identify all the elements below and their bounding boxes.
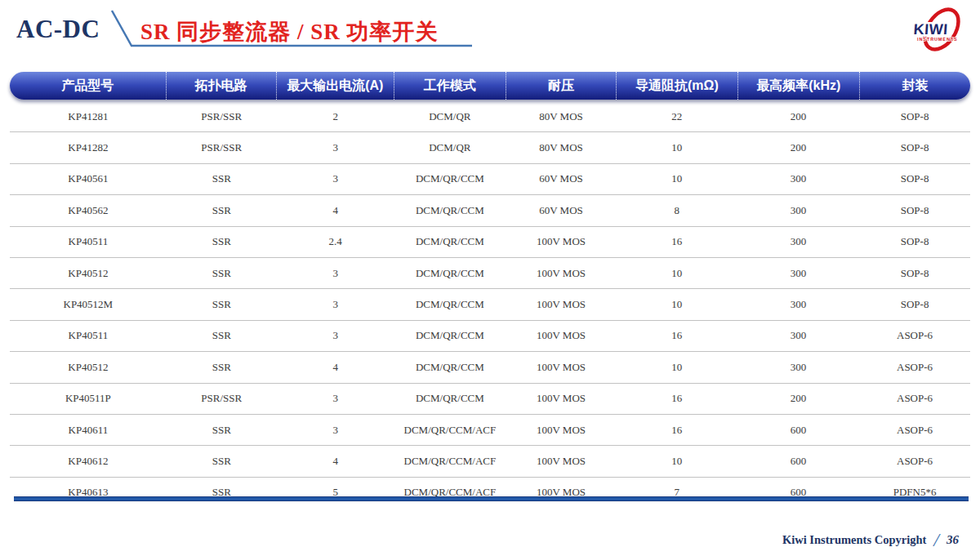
table-cell: 2.4 (277, 227, 394, 257)
table-cell: 4 (277, 195, 394, 225)
table-cell: 4 (277, 352, 394, 382)
table-cell: SOP-8 (859, 132, 970, 162)
table-cell: PSR/SSR (167, 132, 277, 162)
table-header: 产品型号拓扑电路最大输出电流(A)工作模式耐压导通阻抗(mΩ)最高频率(kHz)… (10, 72, 970, 100)
column-header: 拓扑电路 (166, 72, 276, 100)
logo-subtitle-text: INSTRUMENTS (917, 37, 958, 42)
table-cell: DCM/QR/CCM (394, 384, 506, 414)
table-body: KP41281PSR/SSR2DCM/QR80V MOS22200SOP-8KP… (10, 101, 970, 508)
table-cell: SSR (167, 289, 277, 319)
table-cell: 3 (277, 384, 394, 414)
table-cell: 60V MOS (506, 164, 616, 194)
table-cell: KP40511 (10, 321, 167, 351)
copyright-text: Kiwi Instruments Copyright (782, 533, 926, 547)
section-label: AC-DC (16, 15, 100, 44)
table-cell: 300 (737, 164, 859, 194)
table-cell: 200 (737, 384, 859, 414)
table-cell: 10 (617, 132, 737, 162)
table-cell: 10 (617, 289, 737, 319)
table-cell: DCM/QR (394, 101, 506, 131)
table-row: KP40511SSR2.4DCM/QR/CCM100V MOS16300SOP-… (10, 227, 970, 258)
table-cell: 2 (277, 101, 394, 131)
table-cell: 5 (277, 478, 394, 508)
footer-slash: / (933, 532, 939, 548)
table-cell: 200 (737, 132, 859, 162)
table-cell: 300 (737, 352, 859, 382)
table-cell: 100V MOS (506, 478, 616, 508)
table-cell: 300 (737, 227, 859, 257)
table-row: KP40561SSR3DCM/QR/CCM60V MOS10300SOP-8 (10, 164, 970, 195)
table-cell: DCM/QR/CCM (394, 195, 506, 225)
table-cell: DCM/QR/CCM/ACF (394, 446, 506, 476)
table-row: KP41282PSR/SSR3DCM/QR80V MOS10200SOP-8 (10, 132, 970, 163)
table-cell: 60V MOS (506, 195, 616, 225)
column-header: 封装 (859, 72, 970, 100)
table-cell: DCM/QR/CCM (394, 258, 506, 288)
table-row: KP40562SSR4DCM/QR/CCM60V MOS8300SOP-8 (10, 195, 970, 226)
table-cell: 3 (277, 164, 394, 194)
column-header: 最大输出电流(A) (276, 72, 394, 100)
column-header: 产品型号 (10, 72, 166, 100)
table-row: KP40611SSR3DCM/QR/CCM/ACF100V MOS16600AS… (10, 415, 970, 446)
table-cell: PSR/SSR (167, 101, 277, 131)
table-cell: DCM/QR/CCM (394, 227, 506, 257)
table-cell: DCM/QR/CCM/ACF (394, 415, 506, 445)
table-cell: PSR/SSR (167, 384, 277, 414)
table-cell: KP40512 (10, 352, 167, 382)
table-cell: KP40561 (10, 164, 167, 194)
table-cell: DCM/QR (394, 132, 506, 162)
table-cell: 8 (617, 195, 737, 225)
slide-page: AC-DC SR 同步整流器 / SR 功率开关 KIWI INSTRUMENT… (0, 0, 980, 556)
table-cell: 10 (617, 164, 737, 194)
table-cell: 3 (277, 289, 394, 319)
table-row: KP40512SSR3DCM/QR/CCM100V MOS10300SOP-8 (10, 258, 970, 289)
table-row: KP41281PSR/SSR2DCM/QR80V MOS22200SOP-8 (10, 101, 970, 132)
table-cell: 16 (617, 415, 737, 445)
table-cell: 600 (737, 415, 859, 445)
table-cell: ASOP-6 (859, 321, 970, 351)
table-cell: 300 (737, 321, 859, 351)
table-cell: SSR (167, 195, 277, 225)
kiwi-logo: KIWI INSTRUMENTS (901, 3, 978, 56)
table-cell: 100V MOS (506, 384, 616, 414)
table-cell: 100V MOS (506, 446, 616, 476)
table-cell: 16 (617, 227, 737, 257)
table-cell: 300 (737, 289, 859, 319)
table-cell: 300 (737, 195, 859, 225)
table-cell: ASOP-6 (859, 384, 970, 414)
table-cell: 100V MOS (506, 415, 616, 445)
table-cell: 300 (737, 258, 859, 288)
table-cell: PDFN5*6 (859, 478, 970, 508)
table-cell: SOP-8 (859, 258, 970, 288)
table-cell: SSR (167, 227, 277, 257)
table-cell: DCM/QR/CCM (394, 352, 506, 382)
table-cell: 16 (617, 384, 737, 414)
table-cell: 600 (737, 478, 859, 508)
table-cell: KP40611 (10, 415, 167, 445)
table-cell: SSR (167, 321, 277, 351)
table-cell: 3 (277, 321, 394, 351)
table-cell: 80V MOS (506, 132, 616, 162)
table-cell: 100V MOS (506, 289, 616, 319)
table-cell: KP40511 (10, 227, 167, 257)
table-cell: DCM/QR/CCM (394, 289, 506, 319)
column-header: 导通阻抗(mΩ) (616, 72, 737, 100)
table-cell: KP40562 (10, 195, 167, 225)
table-cell: 10 (617, 446, 737, 476)
table-row: KP40612SSR4DCM/QR/CCM/ACF100V MOS10600AS… (10, 446, 970, 477)
table-cell: 100V MOS (506, 258, 616, 288)
table-cell: ASOP-6 (859, 415, 970, 445)
table-cell: 4 (277, 446, 394, 476)
table-row: KP40511SSR3DCM/QR/CCM100V MOS16300ASOP-6 (10, 321, 970, 352)
table-cell: ASOP-6 (859, 446, 970, 476)
column-header: 耐压 (506, 72, 616, 100)
table-cell: 10 (617, 352, 737, 382)
table-cell: DCM/QR/CCM/ACF (394, 478, 506, 508)
table-cell: 3 (277, 258, 394, 288)
table-cell: SOP-8 (859, 164, 970, 194)
table-cell: KP41282 (10, 132, 167, 162)
table-row: KP40613SSR5DCM/QR/CCM/ACF100V MOS7600PDF… (10, 478, 970, 508)
product-table: 产品型号拓扑电路最大输出电流(A)工作模式耐压导通阻抗(mΩ)最高频率(kHz)… (10, 72, 970, 508)
table-cell: KP40511P (10, 384, 167, 414)
table-row: KP40512SSR4DCM/QR/CCM100V MOS10300ASOP-6 (10, 352, 970, 383)
